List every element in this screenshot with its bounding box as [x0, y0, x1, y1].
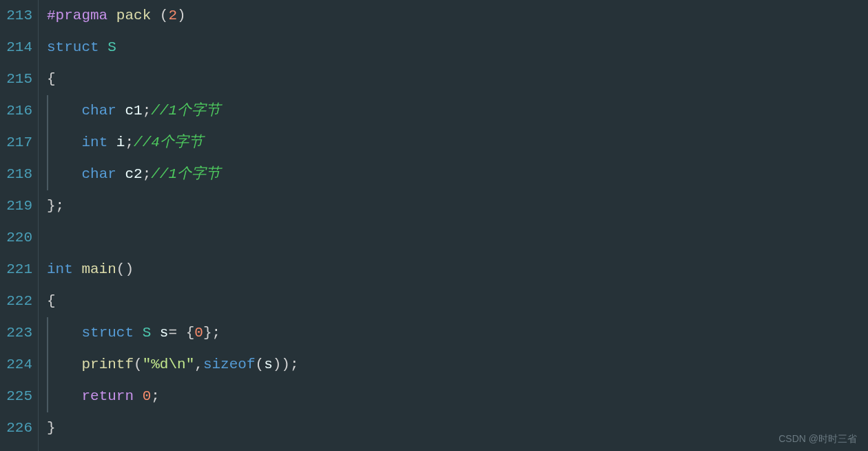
comment: //1个字节 [151, 103, 220, 119]
code-line: int i;//4个字节 [47, 127, 868, 159]
line-number: 213 [0, 0, 32, 32]
keyword-struct: struct [47, 39, 99, 55]
line-number: 220 [0, 222, 32, 254]
code-line: }; [47, 190, 868, 222]
keyword-struct: struct [81, 325, 134, 341]
code-content[interactable]: #pragma pack (2) struct S { char c1;//1个… [39, 0, 868, 451]
line-number: 226 [0, 412, 32, 444]
line-number: 223 [0, 317, 32, 349]
keyword-return: return [81, 388, 134, 404]
code-line: return 0; [47, 381, 868, 412]
code-line: printf("%d\n",sizeof(s)); [47, 349, 868, 381]
code-line: int main() [47, 254, 868, 285]
code-line: struct S s= {0}; [47, 317, 868, 349]
code-line: char c1;//1个字节 [47, 95, 868, 127]
code-editor: 213 214 215 216 217 218 219 220 221 222 … [0, 0, 868, 451]
line-number: 218 [0, 159, 32, 190]
watermark: CSDN @时时三省 [778, 433, 857, 445]
code-line: } [47, 412, 868, 444]
code-line [47, 222, 868, 254]
keyword-type: int [47, 261, 73, 277]
line-number: 224 [0, 349, 32, 381]
code-line: struct S [47, 32, 868, 63]
line-number: 219 [0, 190, 32, 222]
keyword-sizeof: sizeof [203, 357, 256, 372]
function-main: main [73, 261, 116, 277]
line-number: 225 [0, 381, 32, 412]
line-number: 221 [0, 254, 32, 285]
line-number: 217 [0, 127, 32, 159]
line-number: 214 [0, 32, 32, 63]
function-printf: printf [81, 357, 134, 372]
line-number-gutter: 213 214 215 216 217 218 219 220 221 222 … [0, 0, 39, 451]
code-line: { [47, 63, 868, 95]
comment: //4个字节 [134, 134, 203, 150]
pragma-func: pack [116, 8, 151, 23]
code-line: { [47, 285, 868, 317]
line-number: 222 [0, 285, 32, 317]
line-number: 216 [0, 95, 32, 127]
string-literal: "%d\n" [143, 357, 195, 372]
code-line: #pragma pack (2) [47, 0, 868, 32]
keyword-type: int [81, 134, 107, 150]
line-number: 215 [0, 63, 32, 95]
preprocessor-directive: #pragma [47, 8, 107, 23]
comment: //1个字节 [151, 166, 220, 182]
keyword-type: char [81, 166, 116, 182]
code-line: char c2;//1个字节 [47, 159, 868, 190]
keyword-type: char [81, 103, 116, 119]
